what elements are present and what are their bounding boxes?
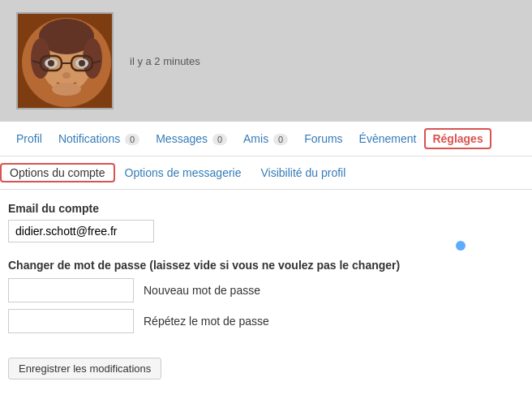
tab-evenement[interactable]: Évènement (351, 128, 425, 149)
save-button[interactable]: Enregistrer les modifications (8, 358, 161, 380)
password-section: Changer de mot de passe (laissez vide si… (8, 259, 524, 333)
content-area: Email du compte Changer de mot de passe … (0, 190, 532, 392)
timestamp-area: il y a 2 minutes (130, 54, 200, 67)
nav-tabs: Profil Notifications 0 Messages 0 Amis 0… (0, 122, 532, 157)
tab-messages[interactable]: Messages 0 (148, 128, 235, 149)
cursor-indicator (454, 239, 467, 252)
email-input[interactable] (8, 220, 154, 242)
new-password-input[interactable] (8, 278, 134, 302)
new-password-label: Nouveau mot de passe (144, 284, 260, 297)
repeat-password-input[interactable] (8, 309, 134, 333)
avatar (16, 12, 114, 109)
sub-tab-options-messagerie[interactable]: Options de messagerie (115, 163, 251, 182)
password-section-label: Changer de mot de passe (laissez vide si… (8, 259, 524, 272)
email-label: Email du compte (8, 202, 524, 215)
tab-amis[interactable]: Amis 0 (235, 128, 296, 149)
tab-profil[interactable]: Profil (8, 128, 50, 149)
main-wrapper: il y a 2 minutes Profil Notifications 0 … (0, 0, 532, 416)
sub-tab-visibilite-profil[interactable]: Visibilité du profil (251, 163, 355, 182)
tab-notifications[interactable]: Notifications 0 (50, 128, 148, 149)
svg-point-18 (456, 241, 466, 251)
email-section: Email du compte (8, 202, 524, 242)
new-password-row: Nouveau mot de passe (8, 278, 524, 302)
repeat-password-label: Répétez le mot de passe (144, 315, 269, 328)
messages-badge: 0 (212, 134, 227, 145)
repeat-password-row: Répétez le mot de passe (8, 309, 524, 333)
amis-badge: 0 (273, 134, 288, 145)
svg-rect-17 (18, 14, 114, 109)
timestamp: il y a 2 minutes (130, 55, 200, 67)
tab-reglages[interactable]: Réglages (424, 128, 491, 149)
sub-nav: Options du compte Options de messagerie … (0, 157, 532, 190)
tab-forums[interactable]: Forums (296, 128, 350, 149)
sub-tab-options-compte[interactable]: Options du compte (0, 163, 115, 182)
notifications-badge: 0 (125, 134, 139, 145)
profile-header: il y a 2 minutes (0, 0, 532, 122)
